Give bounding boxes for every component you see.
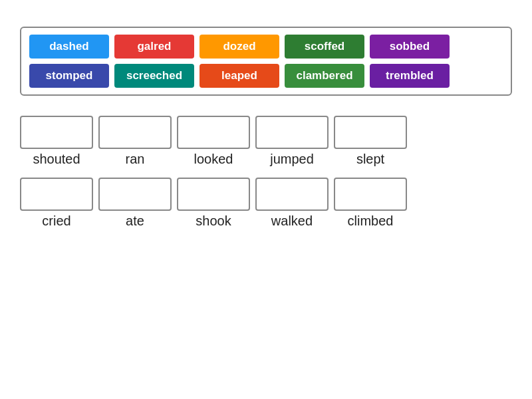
labels-row-1: shouted ran looked jumped slept [20, 152, 512, 167]
label-jumped: jumped [255, 152, 329, 167]
labels-row-2: cried ate shook walked climbed [20, 213, 512, 229]
label-slept: slept [334, 152, 407, 167]
chip-sobbed[interactable]: sobbed [370, 35, 450, 59]
chip-stomped[interactable]: stomped [29, 64, 109, 88]
drop-box-looked[interactable] [177, 116, 250, 149]
drop-box-shouted[interactable] [20, 116, 93, 149]
word-bank: dashed galred dozed scoffed sobbed stomp… [20, 27, 512, 96]
drop-group-1: shouted ran looked jumped slept [20, 116, 512, 167]
drop-box-jumped[interactable] [255, 116, 329, 149]
label-looked: looked [177, 152, 250, 167]
boxes-row-1 [20, 116, 512, 149]
drop-box-climbed[interactable] [334, 178, 407, 211]
chip-dozed[interactable]: dozed [200, 35, 279, 59]
chip-galred[interactable]: galred [114, 35, 194, 59]
label-cried: cried [20, 213, 93, 229]
chip-screeched[interactable]: screeched [114, 64, 194, 88]
main-container: dashed galred dozed scoffed sobbed stomp… [20, 27, 512, 234]
chip-scoffed[interactable]: scoffed [285, 35, 364, 59]
drop-box-shook[interactable] [177, 178, 250, 211]
label-ate: ate [98, 213, 172, 229]
drop-box-slept[interactable] [334, 116, 407, 149]
drop-box-ran[interactable] [98, 116, 172, 149]
boxes-row-2 [20, 178, 512, 211]
chip-dashed[interactable]: dashed [29, 35, 109, 59]
label-ran: ran [98, 152, 172, 167]
word-bank-row-2: stomped screeched leaped clambered tremb… [29, 64, 503, 88]
chip-clambered[interactable]: clambered [285, 64, 364, 88]
drop-box-walked[interactable] [255, 178, 329, 211]
label-climbed: climbed [334, 213, 407, 229]
label-shouted: shouted [20, 152, 93, 167]
chip-leaped[interactable]: leaped [200, 64, 279, 88]
word-bank-row-1: dashed galred dozed scoffed sobbed [29, 35, 503, 59]
drop-box-ate[interactable] [98, 178, 172, 211]
drop-group-2: cried ate shook walked climbed [20, 178, 512, 229]
label-walked: walked [255, 213, 329, 229]
drop-box-cried[interactable] [20, 178, 93, 211]
chip-trembled[interactable]: trembled [370, 64, 450, 88]
label-shook: shook [177, 213, 250, 229]
